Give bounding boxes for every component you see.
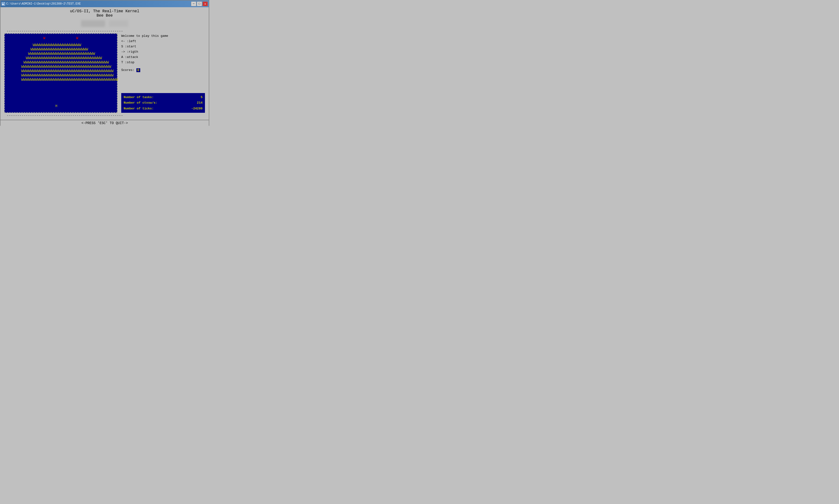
main-area: W W WWWWWWWWWWWWWWWWWWWWW WWWWWWWWWWWWWW… (4, 33, 205, 113)
ctxsw-row: Number of ctxsw/s: 214 (124, 100, 202, 106)
blurred-image-1 (81, 20, 105, 27)
title-bar: ■ C:\Users\ADMINI~1\Desktop\201308~2\TES… (0, 0, 209, 7)
left-key: <- :left (121, 39, 205, 44)
blurred-images-row (4, 20, 205, 27)
window-title: C:\Users\ADMINI~1\Desktop\201308~2\TEST.… (6, 2, 81, 5)
title-bar-buttons: ─ □ ✕ (191, 1, 208, 6)
right-key: -> :rigth (121, 49, 205, 55)
ticks-row: Number of ticks: -24280 (124, 106, 202, 111)
ctxsw-value: 214 (197, 100, 202, 106)
bee-row-5: WWWWWWWWWWWWWWWWWWWWWWWWWWWWWWWWWWWWW (21, 60, 115, 65)
tasks-row: Number of tasks: 5 (124, 94, 202, 100)
stop-key: T :stop (121, 60, 205, 65)
w-char-1: W (43, 36, 45, 40)
w-char-2: W (76, 36, 78, 40)
ctxsw-label: Number of ctxsw/s: (124, 100, 157, 106)
scores-label: Scores: (121, 68, 135, 72)
bee-row-9: WWWWWWWWWWWWWWWWWWWWWWWWWWWWWWWWWWWWWWWW… (21, 78, 115, 82)
welcome-text: Welcome to play this game (121, 33, 205, 39)
title-bar-left: ■ C:\Users\ADMINI~1\Desktop\201308~2\TES… (1, 2, 81, 6)
content-area: uC/OS-II, The Real-Time Kernel Bee Bee -… (0, 7, 209, 120)
info-panel: Welcome to play this game <- :left S :st… (121, 33, 205, 113)
bee-row-2: WWWWWWWWWWWWWWWWWWWWWWWWW (21, 47, 115, 52)
dashed-separator-bottom: ----------------------------------------… (7, 114, 205, 118)
footer-bar: <-PRESS 'ESC' TO QUIT-> (0, 120, 209, 126)
bee-row-4: WWWWWWWWWWWWWWWWWWWWWWWWWWWWWWWWW (21, 56, 115, 60)
bee-formation: WWWWWWWWWWWWWWWWWWWWW WWWWWWWWWWWWWWWWWW… (7, 36, 115, 82)
svg-text:■: ■ (2, 3, 4, 5)
bee-row-6: WWWWWWWWWWWWWWWWWWWWWWWWWWWWWWWWWWWWWWW (21, 65, 115, 69)
main-window: ■ C:\Users\ADMINI~1\Desktop\201308~2\TES… (0, 0, 209, 126)
ticks-value: -24280 (191, 106, 202, 111)
header-line2: Bee Bee (4, 14, 205, 18)
start-key: S :start (121, 44, 205, 49)
header: uC/OS-II, The Real-Time Kernel Bee Bee (4, 9, 205, 18)
attack-key: A :attack (121, 55, 205, 60)
player-character: H (55, 104, 57, 108)
instructions-panel: Welcome to play this game <- :left S :st… (121, 33, 205, 66)
bee-row-1: WWWWWWWWWWWWWWWWWWWWW (21, 43, 115, 47)
bee-row-7: WWWWWWWWWWWWWWWWWWWWWWWWWWWWWWWWWWWWWWWW (21, 69, 115, 73)
maximize-button[interactable]: □ (197, 1, 202, 6)
ticks-label: Number of ticks: (124, 106, 154, 111)
bee-row-3: WWWWWWWWWWWWWWWWWWWWWWWWWWWWW (21, 52, 115, 56)
scores-value: 0 (137, 68, 140, 72)
app-icon: ■ (1, 2, 5, 6)
scores-section: Scores: 0 (121, 68, 205, 72)
close-button[interactable]: ✕ (202, 1, 208, 6)
dashed-separator-top: ----------------------------------------… (7, 29, 205, 33)
blurred-image-2 (109, 20, 128, 27)
minimize-button[interactable]: ─ (191, 1, 196, 6)
game-panel: W W WWWWWWWWWWWWWWWWWWWWW WWWWWWWWWWWWWW… (4, 33, 118, 113)
stats-box: Number of tasks: 5 Number of ctxsw/s: 21… (121, 93, 205, 113)
tasks-value: 5 (201, 94, 202, 100)
header-line1: uC/OS-II, The Real-Time Kernel (4, 9, 205, 14)
bee-row-8: WWWWWWWWWWWWWWWWWWWWWWWWWWWWWWWWWWWWWWWW (21, 73, 115, 78)
tasks-label: Number of tasks: (124, 94, 154, 100)
footer-text: <-PRESS 'ESC' TO QUIT-> (81, 121, 128, 125)
